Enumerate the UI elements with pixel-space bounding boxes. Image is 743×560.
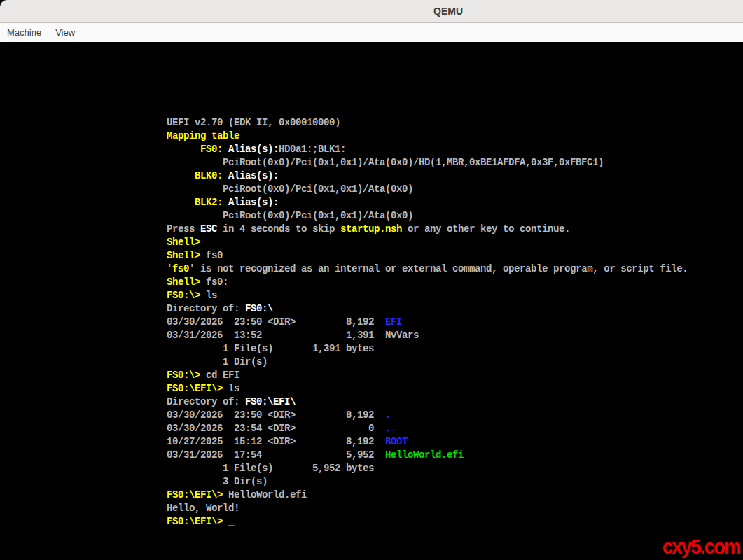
terminal-line: 03/31/2026 13:52 1,391 NvVars [167,329,688,342]
window-title: QEMU [433,6,463,17]
watermark: cxy5.com [662,535,740,559]
titlebar[interactable]: QEMU [0,0,743,23]
terminal-line: 1 File(s) 5,952 bytes [167,462,688,475]
terminal-line: Hello, World! [167,502,688,515]
terminal-line: 03/31/2026 17:54 5,952 HelloWorld.efi [167,449,688,462]
terminal-line: FS0:\> cd EFI [167,369,688,382]
terminal-line: PciRoot(0x0)/Pci(0x1,0x1)/Ata(0x0)/HD(1,… [167,156,688,169]
terminal-line: PciRoot(0x0)/Pci(0x1,0x1)/Ata(0x0) [167,209,688,223]
terminal-line: FS0:\EFI\> _ [167,515,688,528]
terminal-line: 03/30/2026 23:54 <DIR> 0 .. [167,422,688,435]
terminal-line: FS0:\EFI\> ls [167,382,688,396]
terminal-line: Shell> fs0 [167,249,688,262]
terminal-line: Shell> fs0: [167,276,688,289]
guest-display[interactable]: UEFI v2.70 (EDK II, 0x00010000)Mapping t… [0,42,743,560]
terminal-line: 3 Dir(s) [167,475,688,489]
terminal-line: BLK2: Alias(s): [167,196,688,209]
terminal-line: Shell> [167,236,688,249]
terminal-line: FS0:\EFI\> HelloWorld.efi [167,489,688,502]
terminal-line: PciRoot(0x0)/Pci(0x1,0x1)/Ata(0x0) [167,183,688,196]
terminal-line: FS0:\> ls [167,289,688,302]
terminal-line: 'fs0' is not recognized as an internal o… [167,262,688,276]
menu-view[interactable]: View [55,27,75,38]
terminal-line: Press ESC in 4 seconds to skip startup.n… [167,223,688,236]
terminal-line: Directory of: FS0:\ [167,302,688,316]
terminal-line: 03/30/2026 23:50 <DIR> 8,192 EFI [167,316,688,329]
qemu-window: QEMU Machine View UEFI v2.70 (EDK II, 0x… [0,0,743,560]
menubar: Machine View [0,23,743,42]
terminal-line: 03/30/2026 23:50 <DIR> 8,192 . [167,409,688,422]
terminal-line: 10/27/2025 15:12 <DIR> 8,192 BOOT [167,435,688,449]
terminal-line: UEFI v2.70 (EDK II, 0x00010000) [167,116,688,130]
terminal-line: 1 Dir(s) [167,356,688,369]
menu-machine[interactable]: Machine [7,27,41,38]
terminal-line: Mapping table [167,130,688,143]
terminal-line: 1 File(s) 1,391 bytes [167,342,688,356]
terminal-line: BLK0: Alias(s): [167,169,688,183]
terminal-output: UEFI v2.70 (EDK II, 0x00010000)Mapping t… [167,116,688,528]
terminal-line: FS0: Alias(s):HD0a1:;BLK1: [167,143,688,156]
terminal-line: Directory of: FS0:\EFI\ [167,396,688,409]
